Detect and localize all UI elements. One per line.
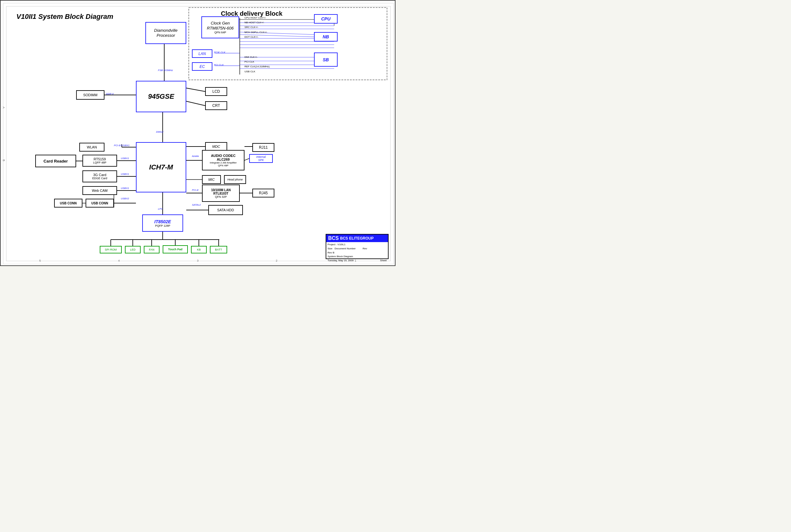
usb-conn2-label: USB CONN bbox=[91, 202, 108, 205]
usbx1-cam-label: USBX1 bbox=[121, 187, 129, 190]
wlan-box: WLAN bbox=[79, 143, 105, 152]
usbx1-3g-label: USBX1 bbox=[121, 173, 129, 175]
touchpad-label: Touch Pad bbox=[168, 248, 182, 251]
nb-box: NB bbox=[314, 32, 337, 41]
rt5159-label: RT5159 bbox=[94, 157, 106, 161]
headphone-box: Head phone bbox=[224, 175, 246, 184]
src-clk: SRC CLK+/- bbox=[244, 25, 267, 30]
lan-rtl-package: QFN 32P bbox=[215, 195, 227, 198]
ich7m-box: ICH7-M bbox=[136, 142, 186, 192]
clock-gen-label: Clock Gen bbox=[211, 21, 230, 26]
ec-clock-label: EC bbox=[200, 64, 205, 69]
internal-spk-box: Internal SPK bbox=[249, 154, 273, 163]
headphone-label: Head phone bbox=[227, 178, 243, 181]
diamondville-sublabel: Processor bbox=[157, 33, 175, 38]
lcd-label: LCD bbox=[213, 89, 220, 94]
clock-gen-model: RTM875N-606 bbox=[207, 26, 234, 31]
audio-codec-label: AUDIO CODEC bbox=[211, 154, 235, 157]
usbx1-rt-label: USBX1 bbox=[121, 157, 129, 160]
lan-rtl-model: RTL8103T bbox=[213, 192, 228, 195]
diagram-title: V10II1 System Block Diagram bbox=[16, 13, 113, 21]
3g-card-label: 3G Card bbox=[93, 173, 106, 177]
card-reader-label: Card Reader bbox=[43, 159, 68, 164]
ecs-company-name: BCS ELITEGROUP bbox=[340, 236, 374, 241]
nb-host-clk: NB HOST CLK+/- bbox=[244, 20, 267, 25]
webcam-box: Web CAM bbox=[82, 186, 117, 195]
led-box: LED bbox=[125, 246, 141, 253]
sata-hdd-box: SATA HDD bbox=[208, 205, 243, 215]
945gse-label: 945GSE bbox=[148, 92, 174, 101]
crt-label: CRT bbox=[213, 103, 220, 108]
left-marker-a: A bbox=[2, 107, 5, 109]
nb-label: NB bbox=[323, 34, 329, 39]
pcie-clk-label: PCIE CLK bbox=[214, 51, 225, 54]
spi-rom-box: SPI ROM bbox=[100, 246, 122, 253]
mch-clk: MCH 3GPLL CLK+/- bbox=[244, 30, 267, 35]
batt-label: BATT bbox=[215, 248, 222, 251]
int-spk-label: Internal bbox=[256, 155, 265, 158]
svg-rect-1 bbox=[6, 6, 390, 261]
rt5159-package: LQFP 48P bbox=[93, 161, 106, 164]
dmi-clk: DMI CLK+/- bbox=[244, 55, 270, 59]
ecs-header: BCS BCS ELITEGROUP bbox=[326, 234, 388, 242]
rj45-label: RJ45 bbox=[259, 191, 268, 195]
pci-clk: PCI CLK bbox=[244, 59, 270, 64]
edge-card-label: EDGE Card bbox=[92, 177, 107, 180]
lcd-box: LCD bbox=[205, 87, 227, 96]
azalia-label: Azalia bbox=[192, 155, 199, 157]
pci-clk-label: PCI CLK bbox=[214, 63, 224, 66]
usb-conn2-box: USB CONN bbox=[86, 199, 114, 208]
svg-line-6 bbox=[186, 101, 205, 106]
diamondville-box: Diamondville Processor bbox=[145, 22, 186, 44]
ref-clk: REF CLK(14.318MHz) bbox=[244, 64, 270, 69]
audio-codec-box: AUDIO CODEC ALC269 Integrate 2.3W Amplif… bbox=[202, 150, 244, 170]
ecs-size: Size Document Number Rev bbox=[328, 247, 387, 251]
usb-conn1-box: USB CONN bbox=[54, 199, 82, 208]
usbx2-label: USBX2 bbox=[121, 197, 129, 200]
lan-clock-box: LAN bbox=[192, 49, 213, 58]
card-reader-box: Card Reader bbox=[35, 155, 76, 167]
pcie-usbx1-label: PCI-E/USBX1 bbox=[114, 144, 130, 147]
left-marker-b: B bbox=[2, 159, 5, 161]
wlan-label: WLAN bbox=[87, 145, 97, 149]
sb-box: SB bbox=[314, 53, 337, 66]
fan-label: FAN bbox=[149, 248, 154, 251]
ecs-project: Project : V10IL1 bbox=[328, 243, 387, 247]
ecs-doc-title: System Block Diagram bbox=[328, 255, 387, 259]
audio-codec-package: QFN 48P bbox=[218, 164, 228, 167]
dmix2-label: DMIx2 bbox=[156, 131, 163, 133]
kb-label: KB bbox=[197, 248, 201, 251]
svg-line-5 bbox=[186, 88, 205, 92]
mic-label: MIC bbox=[208, 178, 215, 182]
pcie-lan-label: PCI-E bbox=[192, 189, 199, 191]
cpu-host-clk: CPU HOST CLK+/- bbox=[244, 15, 267, 20]
webcam-label: Web CAM bbox=[92, 189, 108, 192]
spi-rom-label: SPI ROM bbox=[105, 248, 117, 251]
sb-label: SB bbox=[323, 57, 329, 62]
ecs-logo-icon: BCS bbox=[328, 235, 339, 241]
sata-hdd-label: SATA HDD bbox=[217, 208, 234, 212]
rt5159-box: RT5159 LQFP 48P bbox=[82, 155, 117, 167]
svg-rect-0 bbox=[3, 3, 393, 264]
it8502e-box: IT8502E PQFP 128P bbox=[142, 214, 183, 232]
touchpad-box: Touch Pad bbox=[163, 245, 188, 253]
it8502e-package: PQFP 128P bbox=[155, 224, 170, 227]
sodimm-label: SODIMM bbox=[83, 93, 97, 97]
rj11-box: RJ11 bbox=[252, 143, 274, 152]
3g-card-box: 3G Card EDGE Card bbox=[82, 170, 117, 182]
sataxj-label: SATAxJ bbox=[192, 204, 201, 206]
batt-box: BATT bbox=[210, 246, 227, 253]
rj45-box: RJ45 bbox=[252, 189, 274, 197]
usb-clk: USB CLK bbox=[244, 69, 270, 74]
diamondville-label: Diamondville bbox=[154, 28, 178, 33]
bottom-markers: 5 4 3 2 1 bbox=[1, 259, 395, 262]
int-spk-sublabel: SPK bbox=[258, 158, 264, 162]
page: V10II1 System Block Diagram Clock delive… bbox=[0, 0, 396, 266]
kb-box: KB bbox=[191, 246, 207, 253]
svg-line-24 bbox=[244, 158, 249, 160]
lan-rtl-box: 10/100M LAN RTL8103T QFN 32P bbox=[202, 185, 240, 202]
mic-box: MIC bbox=[202, 175, 221, 184]
page-title-area: V10II1 System Block Diagram bbox=[16, 13, 113, 21]
clock-gen-box: Clock Gen RTM875N-606 QFN 64P bbox=[201, 16, 239, 38]
crt-box: CRT bbox=[205, 101, 227, 110]
